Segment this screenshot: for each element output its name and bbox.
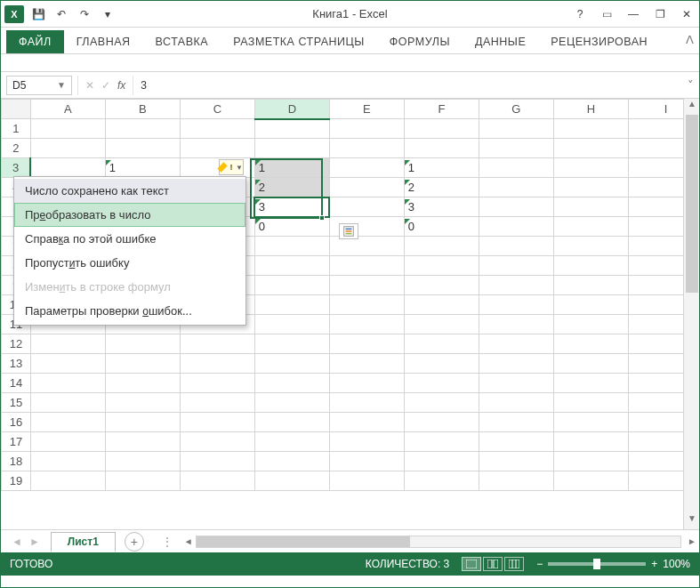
cell-G6[interactable]	[479, 217, 553, 237]
cell-H7[interactable]	[553, 237, 628, 256]
cell-H17[interactable]	[553, 432, 628, 452]
cell-F13[interactable]	[404, 354, 479, 374]
cell-A2[interactable]	[30, 139, 105, 158]
zoom-slider-thumb[interactable]	[593, 559, 600, 569]
formula-cancel-icon[interactable]: ✕	[85, 79, 94, 92]
row-header-18[interactable]: 18	[2, 452, 31, 471]
vertical-scrollbar[interactable]: ▲ ▼	[683, 99, 699, 529]
cell-D13[interactable]	[254, 354, 329, 374]
col-header-C[interactable]: C	[180, 100, 254, 119]
horizontal-scrollbar[interactable]	[196, 536, 681, 548]
cell-F19[interactable]	[404, 471, 479, 491]
cell-A19[interactable]	[30, 471, 105, 491]
cell-A12[interactable]	[30, 334, 105, 354]
row-header-15[interactable]: 15	[2, 393, 31, 413]
cell-H13[interactable]	[553, 354, 628, 374]
cell-G13[interactable]	[479, 354, 553, 374]
cell-G7[interactable]	[479, 237, 553, 256]
menu-convert-to-number[interactable]: Преобразовать в число	[14, 203, 245, 227]
cell-C19[interactable]	[180, 471, 254, 491]
row-header-13[interactable]: 13	[2, 354, 31, 374]
cell-E16[interactable]	[329, 413, 404, 432]
cell-C1[interactable]	[180, 119, 254, 139]
tab-page-layout[interactable]: РАЗМЕТКА СТРАНИЦЫ	[221, 30, 377, 53]
minimize-button[interactable]: —	[624, 8, 642, 20]
help-button[interactable]: ?	[571, 8, 589, 20]
cell-H6[interactable]	[553, 217, 628, 237]
cell-B12[interactable]	[105, 334, 180, 354]
cell-C16[interactable]	[180, 413, 254, 432]
cell-H15[interactable]	[553, 393, 628, 413]
cell-F18[interactable]	[404, 452, 479, 471]
cell-D5[interactable]: 3	[254, 197, 329, 217]
cell-H3[interactable]	[553, 158, 628, 178]
worksheet-grid[interactable]: ABCDEFGHI1231114222533360007891011121314…	[1, 99, 699, 529]
row-header-2[interactable]: 2	[2, 139, 31, 158]
cell-E14[interactable]	[329, 374, 404, 393]
cell-B3[interactable]: 1	[105, 158, 180, 178]
cell-A1[interactable]	[30, 119, 105, 139]
cell-G10[interactable]	[479, 295, 553, 315]
cell-D14[interactable]	[254, 374, 329, 393]
restore-button[interactable]: ❐	[651, 8, 669, 20]
cell-E19[interactable]	[329, 471, 404, 491]
cell-H11[interactable]	[553, 315, 628, 334]
cell-C15[interactable]	[180, 393, 254, 413]
cell-H2[interactable]	[553, 139, 628, 158]
cell-D2[interactable]	[254, 139, 329, 158]
menu-error-checking-options[interactable]: Параметры проверки ошибок...	[14, 299, 245, 323]
cell-F11[interactable]	[404, 315, 479, 334]
cell-F14[interactable]	[404, 374, 479, 393]
cell-D11[interactable]	[254, 315, 329, 334]
hscroll-right-icon[interactable]: ►	[685, 536, 699, 546]
smart-tag[interactable]	[339, 223, 358, 239]
cell-D15[interactable]	[254, 393, 329, 413]
cell-E5[interactable]	[329, 197, 404, 217]
cell-F16[interactable]	[404, 413, 479, 432]
customize-qat-icon[interactable]: ▾	[99, 5, 117, 23]
cell-H14[interactable]	[553, 374, 628, 393]
select-all-corner[interactable]	[2, 100, 31, 119]
cell-H12[interactable]	[553, 334, 628, 354]
cell-E17[interactable]	[329, 432, 404, 452]
cell-D4[interactable]: 2	[254, 178, 329, 197]
cell-B17[interactable]	[105, 432, 180, 452]
name-box[interactable]: D5 ▼	[6, 76, 72, 95]
col-header-A[interactable]: A	[30, 100, 105, 119]
tab-insert[interactable]: ВСТАВКА	[143, 30, 221, 53]
cell-C18[interactable]	[180, 452, 254, 471]
cell-E8[interactable]	[329, 256, 404, 276]
cell-D9[interactable]	[254, 276, 329, 295]
row-header-19[interactable]: 19	[2, 471, 31, 491]
cell-F15[interactable]	[404, 393, 479, 413]
cell-F12[interactable]	[404, 334, 479, 354]
cell-B19[interactable]	[105, 471, 180, 491]
cell-C17[interactable]	[180, 432, 254, 452]
cell-F6[interactable]: 0	[404, 217, 479, 237]
col-header-G[interactable]: G	[479, 100, 553, 119]
cell-G17[interactable]	[479, 432, 553, 452]
menu-error-help[interactable]: Справка по этой ошибке	[14, 227, 245, 251]
row-header-1[interactable]: 1	[2, 119, 31, 139]
cell-E15[interactable]	[329, 393, 404, 413]
undo-icon[interactable]: ↶	[52, 5, 70, 23]
cell-F4[interactable]: 2	[404, 178, 479, 197]
cell-D10[interactable]	[254, 295, 329, 315]
save-icon[interactable]: 💾	[29, 5, 47, 23]
cell-G11[interactable]	[479, 315, 553, 334]
zoom-in-button[interactable]: +	[651, 558, 657, 570]
cell-G15[interactable]	[479, 393, 553, 413]
cell-E2[interactable]	[329, 139, 404, 158]
scroll-down-icon[interactable]: ▼	[684, 513, 699, 529]
cell-G14[interactable]	[479, 374, 553, 393]
cell-F9[interactable]	[404, 276, 479, 295]
cell-C12[interactable]	[180, 334, 254, 354]
add-sheet-button[interactable]: +	[125, 532, 144, 552]
cell-D3[interactable]: 1	[254, 158, 329, 178]
cell-H5[interactable]	[553, 197, 628, 217]
cell-A17[interactable]	[30, 432, 105, 452]
cell-G3[interactable]	[479, 158, 553, 178]
menu-ignore-error[interactable]: Пропустить ошибку	[14, 251, 245, 275]
cell-H9[interactable]	[553, 276, 628, 295]
cell-E10[interactable]	[329, 295, 404, 315]
